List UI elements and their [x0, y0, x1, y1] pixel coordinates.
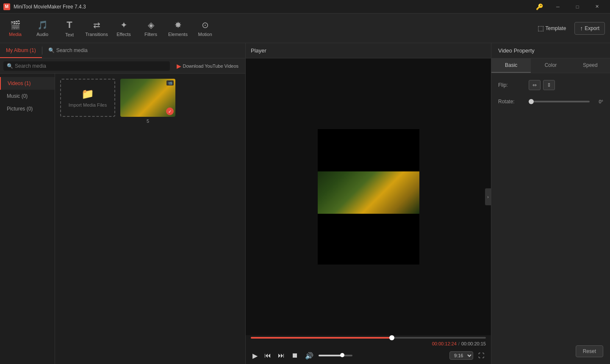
flip-horizontal-button[interactable]: ⇔: [529, 80, 541, 90]
collapse-button[interactable]: ›: [485, 188, 491, 205]
filters-icon: ◈: [148, 20, 154, 30]
rotate-slider[interactable]: [529, 101, 590, 102]
stop-button[interactable]: ⏹: [290, 350, 300, 361]
flip-controls: ⇔ ⇕: [529, 80, 555, 90]
transitions-label: Transitions: [85, 32, 108, 37]
timeline-thumb: [389, 335, 394, 340]
volume-thumb: [340, 353, 344, 357]
timeline-fill: [251, 337, 392, 339]
media-label: Media: [9, 32, 22, 37]
play-button[interactable]: ▶: [251, 350, 259, 361]
maximize-button[interactable]: □: [568, 0, 587, 14]
flip-vertical-button[interactable]: ⇕: [543, 80, 555, 90]
window-controls: ─ □ ✕: [548, 0, 607, 14]
toolbar-effects[interactable]: ✦ Effects: [110, 15, 137, 42]
media-sidebar: Videos (1) Music (0) Pictures (0) 📁 Impo…: [0, 74, 245, 364]
tab-my-album[interactable]: My Album (1): [0, 43, 42, 58]
player-canvas: ›: [246, 58, 491, 335]
export-button[interactable]: ↑ Export: [574, 22, 605, 35]
tab-color[interactable]: Color: [531, 58, 570, 73]
media-panel: My Album (1) 🔍 Search media 🔍 ▶ Download…: [0, 43, 246, 364]
toolbar-audio[interactable]: 🎵 Audio: [29, 15, 56, 42]
youtube-icon: ▶: [177, 63, 181, 69]
import-media-button[interactable]: 📁 Import Media Files: [60, 79, 115, 117]
video-display: [318, 129, 419, 265]
volume-slider[interactable]: [319, 355, 352, 356]
elements-icon: ✸: [175, 20, 182, 30]
video-badge: 📹: [166, 80, 174, 85]
timeline-track[interactable]: [251, 337, 486, 339]
volume-icon[interactable]: 🔊: [303, 350, 315, 361]
flip-label: Flip:: [498, 82, 524, 88]
video-mid: [318, 171, 419, 214]
app-icon: M: [3, 3, 10, 10]
flip-row: Flip: ⇔ ⇕: [498, 80, 603, 90]
total-time: 00:00:20:15: [461, 341, 486, 346]
elements-label: Elements: [168, 32, 188, 37]
search-icon: 🔍: [7, 63, 13, 69]
rotate-slider-wrap: 0°: [529, 99, 603, 104]
key-icon: 🔑: [536, 3, 543, 10]
media-grid: 📁 Import Media Files 📹 ✓ 5: [55, 74, 245, 364]
flip-v-icon: ⇕: [547, 82, 551, 88]
toolbar-transitions[interactable]: ⇄ Transitions: [83, 15, 110, 42]
toolbar-right: ⬚ Template ↑ Export: [532, 22, 605, 35]
nav-music[interactable]: Music (0): [0, 90, 55, 102]
toolbar-filters[interactable]: ◈ Filters: [137, 15, 164, 42]
player-header: Player: [246, 43, 491, 58]
media-tabs: My Album (1) 🔍 Search media: [0, 43, 245, 58]
toolbar-media[interactable]: 🎬 Media: [2, 15, 29, 42]
export-label: Export: [585, 25, 599, 31]
media-thumbnail[interactable]: 📹 ✓: [120, 79, 175, 117]
tab-speed[interactable]: Speed: [571, 58, 610, 73]
close-button[interactable]: ✕: [587, 0, 607, 14]
audio-icon: 🎵: [37, 20, 48, 30]
toolbar-motion[interactable]: ⊙ Motion: [191, 15, 219, 42]
search-input[interactable]: [15, 63, 166, 69]
template-label: Template: [546, 25, 566, 31]
property-header: Video Property: [491, 43, 610, 58]
nav-videos[interactable]: Videos (1): [0, 77, 55, 90]
rotate-value: 0°: [593, 99, 603, 104]
video-frame: [318, 171, 419, 214]
main-toolbar: 🎬 Media 🎵 Audio T Text ⇄ Transitions ✦ E…: [0, 14, 610, 43]
text-icon: T: [67, 19, 72, 30]
player-area: Player › 00:00:12:24 /: [246, 43, 491, 364]
search-bar: 🔍 ▶ Download YouTube Videos: [0, 58, 245, 74]
video-property-panel: Video Property Basic Color Speed Flip: ⇔: [491, 43, 610, 364]
toolbar-elements[interactable]: ✸ Elements: [164, 15, 191, 42]
audio-label: Audio: [36, 32, 48, 37]
rotate-row: Rotate: 0°: [498, 99, 603, 105]
template-button[interactable]: ⬚ Template: [532, 22, 571, 35]
media-icon: 🎬: [10, 20, 21, 30]
media-nav: Videos (1) Music (0) Pictures (0): [0, 74, 55, 364]
tab-search-media[interactable]: 🔍 Search media: [42, 43, 94, 58]
search-input-wrap: 🔍: [3, 61, 170, 71]
media-thumb-label: 5: [120, 119, 175, 124]
skip-forward-button[interactable]: ⏭: [276, 350, 286, 361]
download-youtube-button[interactable]: ▶ Download YouTube Videos: [173, 61, 242, 71]
player-label: Player: [251, 47, 266, 54]
nav-pictures[interactable]: Pictures (0): [0, 102, 55, 115]
motion-label: Motion: [198, 32, 212, 37]
filters-label: Filters: [144, 32, 157, 37]
template-icon: ⬚: [538, 24, 544, 32]
skip-back-button[interactable]: ⏮: [263, 350, 273, 361]
aspect-ratio-select[interactable]: 9:16 16:9 1:1 4:3: [449, 351, 473, 360]
titlebar: M MiniTool MovieMaker Free 7.4.3 🔑 ─ □ ✕: [0, 0, 610, 14]
transitions-icon: ⇄: [93, 20, 100, 30]
player-controls: ▶ ⏮ ⏭ ⏹ 🔊 9:16 16:9 1:1 4:3 ⛶: [246, 347, 491, 364]
tab-basic[interactable]: Basic: [491, 58, 531, 73]
minimize-button[interactable]: ─: [548, 0, 568, 14]
prop-spacer: [498, 113, 603, 337]
video-top-black: [318, 129, 419, 171]
toolbar-text[interactable]: T Text: [56, 15, 83, 42]
fullscreen-button[interactable]: ⛶: [477, 350, 486, 361]
reset-row: Reset: [498, 345, 603, 357]
reset-button[interactable]: Reset: [576, 345, 603, 357]
main-content: My Album (1) 🔍 Search media 🔍 ▶ Download…: [0, 43, 610, 364]
effects-icon: ✦: [120, 20, 128, 30]
import-icon: 📁: [81, 88, 94, 100]
player-progress-bar[interactable]: [246, 335, 491, 340]
media-item-flowers: 📹 ✓ 5: [120, 79, 175, 124]
